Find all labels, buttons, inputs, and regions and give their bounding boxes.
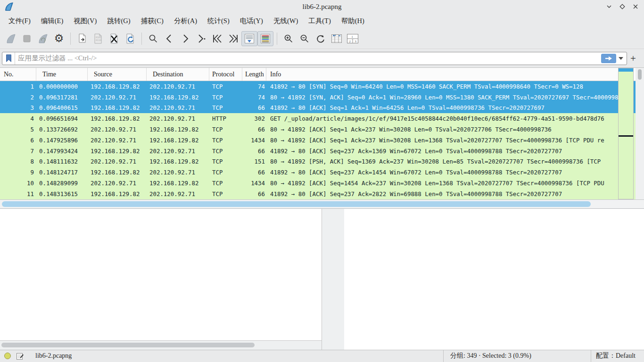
cell-protocol: TCP [209,126,242,133]
packet-list-minimap[interactable] [618,68,634,199]
minimap-marker [619,135,633,137]
colorize-icon [260,33,271,44]
menu-file[interactable]: 文件(F) [5,15,34,27]
cell-no: 6 [0,137,36,144]
layout-panes-button[interactable]: 123 [345,31,361,46]
packet-details-hscrollbar[interactable] [0,340,322,350]
cell-info: 80 → 41892 [ACK] Seq=1454 Ack=237 Win=30… [266,180,644,187]
restart-capture-button[interactable] [35,31,51,46]
packet-row[interactable]: 6 0.147925896 202.120.92.71 192.168.129.… [0,135,644,146]
menu-edit[interactable]: 编辑(E) [37,15,67,27]
cell-length: 74 [242,94,266,101]
cell-time: 0.147925896 [36,137,88,144]
zoom-out-button[interactable] [297,31,313,46]
packet-row[interactable]: 3 0.096400615 192.168.129.82 202.120.92.… [0,103,644,114]
auto-scroll-button[interactable] [241,31,257,46]
cell-info: 80 → 41892 [ACK] Seq=1 Ack=237 Win=30208… [266,137,644,144]
close-button[interactable] [632,3,639,10]
add-filter-button[interactable]: + [627,52,639,65]
menu-go[interactable]: 跳转(G) [103,15,134,27]
chevron-right-dot-icon [196,33,206,44]
packet-row[interactable]: 2 0.096317281 202.120.92.71 192.168.129.… [0,92,644,103]
column-header-destination[interactable]: Destination [147,68,209,81]
reload-file-button[interactable] [122,31,138,46]
filter-bookmark-button[interactable] [2,52,15,65]
menu-telephony[interactable]: 电话(Y) [236,15,267,27]
main-toolbar: ⚙ 01010110 [0,28,644,49]
packet-details-hscrollbar-thumb[interactable] [1,343,255,347]
menu-capture[interactable]: 捕获(C) [137,15,167,27]
column-header-protocol[interactable]: Protocol [209,68,242,81]
save-file-button[interactable]: 01010110 [90,31,106,46]
cell-protocol: TCP [209,104,242,111]
menu-tools[interactable]: 工具(T) [305,15,335,27]
cell-no: 9 [0,169,36,176]
packet-list-hscrollbar-thumb[interactable] [2,201,591,207]
menu-statistics[interactable]: 统计(S) [204,15,233,27]
statusbar-profile[interactable]: 配置：Default [591,352,644,360]
filter-dropdown-caret[interactable] [619,57,623,60]
cell-protocol: TCP [209,137,242,144]
go-last-button[interactable] [225,31,241,46]
apply-filter-button[interactable] [601,54,616,63]
cell-info: 80 → 41892 [PSH, ACK] Seq=1369 Ack=237 W… [266,158,644,165]
capture-options-button[interactable]: ⚙ [51,31,67,46]
window-title: lib6-2.pcapng [0,3,644,11]
cell-no: 2 [0,94,36,101]
packet-row[interactable]: 10 0.148289099 202.120.92.71 192.168.129… [0,178,644,189]
close-file-button[interactable] [106,31,122,46]
display-filter-input[interactable] [15,52,601,65]
display-filter-field[interactable] [2,52,627,65]
maximize-button[interactable] [619,3,626,10]
packet-list: No. Time Source Destination Protocol Len… [0,68,644,199]
menu-help[interactable]: 帮助(H) [338,15,368,27]
resize-columns-button[interactable] [329,31,345,46]
vertical-scrollbar[interactable] [636,68,644,199]
colorize-button[interactable] [257,31,273,46]
packet-row[interactable]: 4 0.096651694 192.168.129.82 202.120.92.… [0,113,644,124]
cell-time: 0.096317281 [36,94,88,101]
minimize-button[interactable] [605,3,613,10]
column-header-time[interactable]: Time [36,68,88,81]
go-back-button[interactable] [161,31,177,46]
packet-row[interactable]: 1 0.000000000 192.168.129.82 202.120.92.… [0,81,644,92]
column-header-source[interactable]: Source [88,68,147,81]
cell-time: 0.096651694 [36,115,88,122]
menu-wireless[interactable]: 无线(W) [270,15,302,27]
start-capture-button[interactable] [3,31,19,46]
cell-destination: 202.120.92.71 [147,83,209,90]
packet-row[interactable]: 11 0.148313615 192.168.129.82 202.120.92… [0,189,644,199]
minimap-selection-band [619,68,633,72]
packet-row[interactable]: 9 0.148124717 192.168.129.82 202.120.92.… [0,167,644,178]
packet-row[interactable]: 8 0.148111632 202.120.92.71 192.168.129.… [0,156,644,167]
column-header-info[interactable]: Info [266,68,644,81]
find-packet-button[interactable] [145,31,161,46]
open-file-button[interactable] [74,31,90,46]
menu-analyze[interactable]: 分析(A) [170,15,201,27]
chevron-left-icon [164,33,174,44]
capture-comment-icon[interactable] [16,352,24,360]
magnifier-plus-icon [283,33,294,44]
menu-view[interactable]: 视图(V) [70,15,100,27]
cell-time: 0.096400615 [36,104,88,111]
packet-row[interactable]: 5 0.133726692 202.120.92.71 192.168.129.… [0,124,644,135]
cell-no: 11 [0,190,36,197]
go-first-button[interactable] [209,31,225,46]
zoom-in-button[interactable] [281,31,297,46]
packet-details-pane [0,209,322,350]
zoom-reset-button[interactable] [313,31,329,46]
column-header-length[interactable]: Length [242,68,266,81]
vertical-scrollbar-thumb[interactable] [638,69,642,80]
cell-protocol: TCP [209,180,242,187]
magnifier-minus-icon [299,33,310,44]
column-header-no[interactable]: No. [0,68,36,81]
go-forward-button[interactable] [177,31,193,46]
cell-info: 80 → 41892 [ACK] Seq=1 Ack=237 Win=30208… [266,126,644,133]
packet-list-hscrollbar[interactable] [0,199,644,208]
cell-protocol: TCP [209,190,242,197]
minimize-icon [606,3,612,10]
expert-info-icon[interactable] [4,352,11,360]
go-to-packet-button[interactable] [193,31,209,46]
packet-row[interactable]: 7 0.147993424 192.168.129.82 202.120.92.… [0,146,644,156]
stop-capture-button[interactable] [19,31,35,46]
